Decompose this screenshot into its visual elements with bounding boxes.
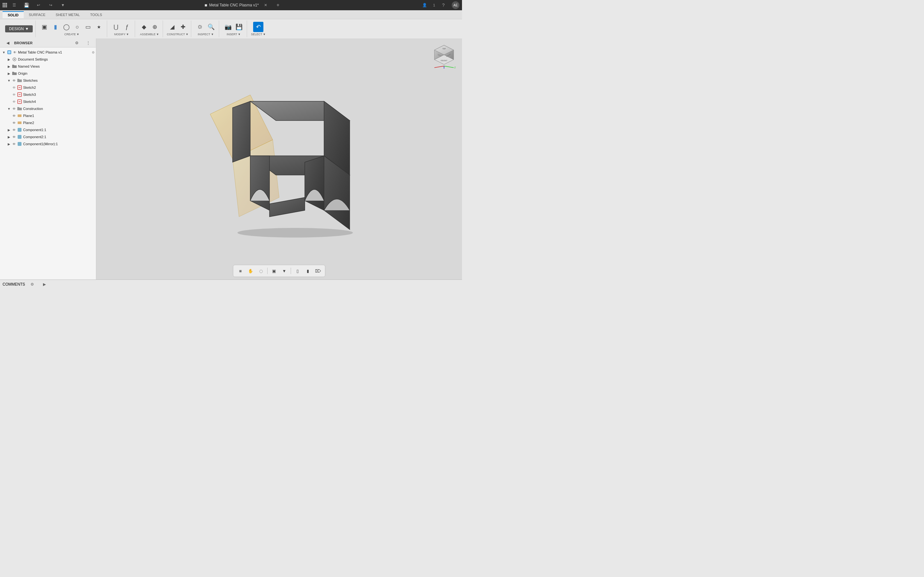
component1-mirror-vis[interactable]: 👁 xyxy=(11,141,17,147)
tab-solid[interactable]: SOLID xyxy=(3,11,24,18)
sketch4-vis[interactable]: 👁 xyxy=(11,99,17,104)
tree-plane2[interactable]: 👁 Plane2 xyxy=(0,119,96,126)
tree-root[interactable]: ▼ 👁 Metal Table CNC Plasma v1 ⚙ xyxy=(0,49,96,56)
title-bar-center: ■ Metal Table CNC Plasma v1* ✕ + xyxy=(68,0,420,10)
create-more-btn[interactable]: ★ xyxy=(94,22,104,32)
main-layout: ◀ BROWSER ⚙ ⋮ ▼ 👁 Metal Table CNC Plasma… xyxy=(0,39,462,279)
cube-navigator[interactable]: FRONT RIGHT LEFT TOP Z xyxy=(431,44,457,69)
component1-mirror-toggle[interactable]: ▶ xyxy=(6,141,11,147)
component1-toggle[interactable]: ▶ xyxy=(6,127,11,132)
vp-sep1 xyxy=(267,268,268,274)
display-mode-btn[interactable]: ▯ xyxy=(293,266,302,276)
tree-named-views[interactable]: ▶ Named Views xyxy=(0,63,96,70)
construction-vis[interactable]: 👁 xyxy=(11,106,17,111)
tree-sketch3[interactable]: 👁 Sketch3 xyxy=(0,91,96,98)
doc-settings-toggle[interactable]: ▶ xyxy=(6,57,11,62)
help-btn[interactable]: ? xyxy=(438,0,449,10)
construct-axis-btn[interactable]: ✚ xyxy=(178,22,188,32)
3d-model xyxy=(186,76,372,242)
sketch4-label: Sketch4 xyxy=(23,100,36,103)
sketch2-vis[interactable]: 👁 xyxy=(11,85,17,90)
component1-label: Component1:1 xyxy=(23,128,46,132)
extrude-btn[interactable]: ▭ xyxy=(83,22,94,32)
joint-origin-btn[interactable]: ⊕ xyxy=(150,22,160,32)
sketch3-vis[interactable]: 👁 xyxy=(11,92,17,97)
origin-toggle[interactable]: ▶ xyxy=(6,71,11,76)
comments-collapse-btn[interactable]: ▶ xyxy=(39,279,49,289)
viewport-canvas xyxy=(96,39,462,279)
redo-btn[interactable]: ↪ xyxy=(45,0,56,10)
viewport[interactable]: FRONT RIGHT LEFT TOP Z ⋇ ✋ ◌ ▣ ▼ ▯ ▮ ⌦ xyxy=(96,39,462,279)
tree-component1[interactable]: ▶ 👁 Component1:1 xyxy=(0,126,96,133)
zoom-btn[interactable]: ▼ xyxy=(280,266,289,276)
tree-component2[interactable]: ▶ 👁 Component2:1 xyxy=(0,133,96,140)
cylinder-btn[interactable]: ◯ xyxy=(61,22,71,32)
design-button[interactable]: DESIGN ▼ xyxy=(5,25,33,32)
tab-surface[interactable]: SURFACE xyxy=(24,11,51,18)
joint-btn[interactable]: ◆ xyxy=(139,22,149,32)
svg-line-34 xyxy=(444,66,454,68)
named-views-toggle[interactable]: ▶ xyxy=(6,64,11,69)
grid-snap-btn[interactable]: ⋇ xyxy=(236,266,245,276)
undo-btn[interactable]: ↩ xyxy=(33,0,44,10)
component2-vis[interactable]: 👁 xyxy=(11,134,17,139)
plane1-icon xyxy=(17,113,23,119)
zoom-fit-btn[interactable]: ▣ xyxy=(270,266,278,276)
sketch3-icon xyxy=(17,92,23,97)
plane2-vis[interactable]: 👁 xyxy=(11,120,17,125)
app-grid-icon[interactable] xyxy=(3,3,7,7)
insert-dxf-btn[interactable]: 💾 xyxy=(234,22,244,32)
history-btn[interactable]: ▼ xyxy=(58,0,68,10)
user-icon-btn[interactable]: 👤 xyxy=(420,0,430,10)
tree-component1-mirror[interactable]: ▶ 👁 Component1(Mirror):1 xyxy=(0,140,96,147)
insert-svg-btn[interactable]: 📷 xyxy=(223,22,233,32)
fillet-btn[interactable]: ƒ xyxy=(122,22,132,32)
main-toolbar: DESIGN ▼ ▣ ▮ ◯ ○ ▭ ★ CREATE ▼ ⋃ ƒ MODIFY… xyxy=(0,19,462,39)
browser-settings-btn[interactable]: ⚙ xyxy=(71,38,82,48)
press-pull-btn[interactable]: ⋃ xyxy=(111,22,121,32)
assemble-group: ◆ ⊕ ASSEMBLE ▼ xyxy=(136,21,163,37)
construction-toggle[interactable]: ▼ xyxy=(6,106,11,111)
title-bar: ☰ 💾 ↩ ↪ ▼ ■ Metal Table CNC Plasma v1* ✕… xyxy=(0,0,462,10)
title-bar-right: 👤 1 ? AE xyxy=(420,0,459,10)
new-component-btn[interactable]: ▣ xyxy=(39,22,50,32)
tab-tools[interactable]: TOOLS xyxy=(85,11,107,18)
orbit-btn[interactable]: ◌ xyxy=(256,266,265,276)
tree-origin[interactable]: ▶ Origin xyxy=(0,70,96,77)
select-btn[interactable]: ↶ xyxy=(253,22,263,32)
new-tab-btn[interactable]: + xyxy=(273,0,283,10)
tree-construction[interactable]: ▼ 👁 Construction xyxy=(0,105,96,112)
tree-sketch2[interactable]: 👁 Sketch2 xyxy=(0,84,96,91)
section-analysis-btn[interactable]: 🔍 xyxy=(206,22,216,32)
tree-doc-settings[interactable]: ▶ Document Settings xyxy=(0,56,96,63)
tree-sketches[interactable]: ▼ 👁 Sketches xyxy=(0,77,96,84)
browser-collapse-btn[interactable]: ◀ xyxy=(3,38,13,48)
tree-sketch4[interactable]: 👁 Sketch4 xyxy=(0,98,96,105)
plane1-label: Plane1 xyxy=(23,114,34,118)
layout-btn[interactable]: ⌦ xyxy=(313,266,322,276)
named-views-label: Named Views xyxy=(18,64,40,68)
sketches-toggle[interactable]: ▼ xyxy=(6,78,11,83)
modify-group: ⋃ ƒ MODIFY ▼ xyxy=(108,21,135,37)
root-vis[interactable]: 👁 xyxy=(12,50,17,55)
box-btn[interactable]: ▮ xyxy=(50,22,61,32)
sketches-vis[interactable]: 👁 xyxy=(11,78,17,83)
visual-style-btn[interactable]: ▮ xyxy=(303,266,312,276)
plane1-vis[interactable]: 👁 xyxy=(11,113,17,118)
pan-btn[interactable]: ✋ xyxy=(246,266,255,276)
root-toggle[interactable]: ▼ xyxy=(1,50,6,55)
root-settings[interactable]: ⚙ xyxy=(92,51,95,54)
component1-vis[interactable]: 👁 xyxy=(11,127,17,132)
close-tab-btn[interactable]: ✕ xyxy=(260,0,271,10)
tab-sheet-metal[interactable]: SHEET METAL xyxy=(51,11,85,18)
measure-btn[interactable]: ⛭ xyxy=(195,22,205,32)
save-btn[interactable]: 💾 xyxy=(21,0,31,10)
comments-settings-btn[interactable]: ⚙ xyxy=(27,279,37,289)
avatar[interactable]: AE xyxy=(452,1,459,9)
sphere-btn[interactable]: ○ xyxy=(72,22,82,32)
component2-toggle[interactable]: ▶ xyxy=(6,134,11,139)
file-menu[interactable]: ☰ xyxy=(9,0,19,10)
browser-pin-btn[interactable]: ⋮ xyxy=(83,38,94,48)
construct-plane-btn[interactable]: ◢ xyxy=(167,22,178,32)
tree-plane1[interactable]: 👁 Plane1 xyxy=(0,112,96,119)
